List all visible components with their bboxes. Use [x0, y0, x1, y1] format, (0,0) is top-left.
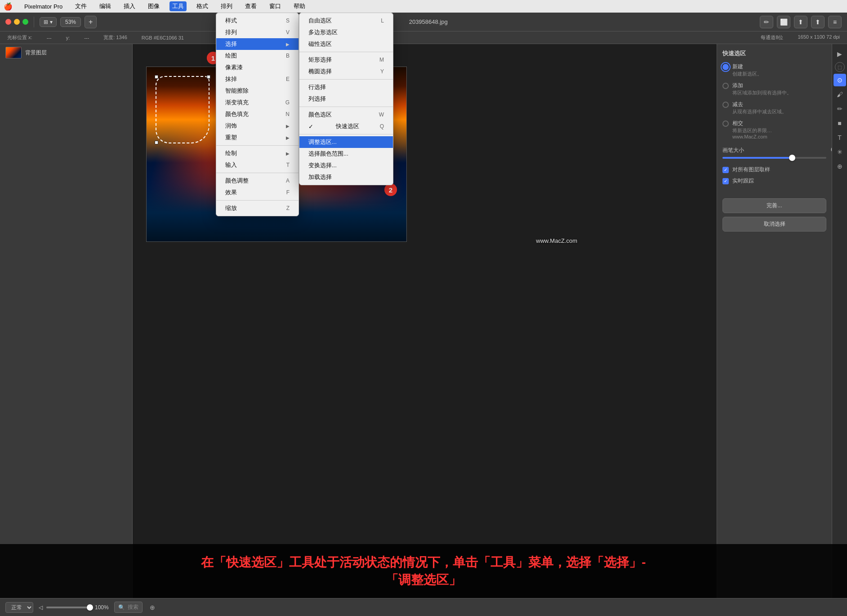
brush-size-thumb[interactable]: [789, 155, 795, 161]
opacity-track[interactable]: [46, 607, 91, 608]
layer-name: 背景图层: [25, 49, 47, 57]
submenu-row-select[interactable]: 行选择: [299, 81, 393, 93]
menu-style[interactable]: 样式 S: [216, 15, 299, 27]
menu-retouch[interactable]: 润饰 ▶: [216, 120, 299, 132]
color-fill-tool[interactable]: ■: [834, 117, 846, 129]
submenu-col-select[interactable]: 列选择: [299, 93, 393, 105]
quick-select-tool[interactable]: ⊙: [834, 74, 846, 86]
submenu-select-color-range[interactable]: 选择颜色范围...: [299, 148, 393, 160]
submenu-magnetic-select-label: 磁性选区: [308, 40, 332, 48]
export-button[interactable]: ⬆: [794, 16, 807, 28]
menu-select[interactable]: 选择 ▶: [216, 38, 299, 50]
submenu-color-select-label: 颜色选区: [308, 111, 332, 119]
toolbar: ⊞ ▾ 53% + 203958648.jpg ✏ ⬜ ⬆ ⬆ ≡: [0, 13, 847, 31]
expand-layers-icon[interactable]: ⊕: [150, 604, 155, 611]
submenu-rect-select[interactable]: 矩形选择 M: [299, 54, 393, 66]
menu-color-adjust[interactable]: 颜色调整 A: [216, 175, 299, 187]
submenu-refine-select[interactable]: 调整选区...: [299, 136, 393, 148]
menubar-image[interactable]: 图像: [145, 1, 162, 11]
submenu-ellipse-select[interactable]: 椭圆选择 Y: [299, 66, 393, 77]
radio-new-content: 新建 创建新选区。: [732, 63, 762, 77]
radio-subtract-dot: [722, 102, 729, 108]
menubar-arrange[interactable]: 排列: [218, 1, 235, 11]
submenu-quick-select[interactable]: ✓ 快速选区 Q: [299, 121, 393, 132]
menu-arrange[interactable]: 排列 V: [216, 27, 299, 38]
submenu-free-select[interactable]: 自由选区 L: [299, 15, 393, 27]
checkbox-realtime-label: 实时跟踪: [732, 177, 754, 185]
extra-tool[interactable]: ✳: [834, 146, 846, 158]
menu-smart-erase[interactable]: 智能擦除: [216, 85, 299, 97]
submenu-transform-select[interactable]: 变换选择...: [299, 160, 393, 171]
menubar-edit[interactable]: 编辑: [97, 1, 114, 11]
canvas-width: 宽度: 1346: [103, 34, 127, 41]
menu-color-fill[interactable]: 颜色填充 N: [216, 108, 299, 120]
select-tool[interactable]: ⬚: [835, 62, 845, 72]
crop-button[interactable]: ⬜: [777, 16, 790, 28]
menubar-file[interactable]: 文件: [72, 1, 89, 11]
menu-type-label: 输入: [225, 161, 237, 169]
radio-subtract[interactable]: 减去 从现有选择中减去区域。: [722, 101, 842, 115]
search-icon: 🔍: [118, 604, 125, 611]
menubar-tools[interactable]: 工具: [169, 1, 187, 11]
deselect-button[interactable]: 取消选择: [722, 217, 826, 232]
submenu-magnetic-select[interactable]: 磁性选区: [299, 38, 393, 50]
menu-paint[interactable]: 绘制 ▶: [216, 147, 299, 159]
menu-gradient[interactable]: 渐变填充 G: [216, 97, 299, 108]
submenu-polygon-select[interactable]: 多边形选区: [299, 27, 393, 38]
panel-title: 快速选区: [722, 49, 826, 58]
radio-intersect[interactable]: 相交 将新选区的界限… www.MacZ.com: [722, 120, 842, 139]
menu-pixel-paint[interactable]: 像素漆: [216, 62, 299, 73]
search-bar[interactable]: 🔍 搜索: [114, 602, 143, 613]
selection-submenu: 自由选区 L 多边形选区 磁性选区 矩形选择 M 椭圆选择 Y 行选择 列选择 …: [299, 13, 393, 185]
settings-button[interactable]: ≡: [828, 16, 842, 28]
view-toggle-button[interactable]: ⊞ ▾: [40, 17, 57, 27]
apple-menu-icon[interactable]: 🍎: [4, 2, 13, 11]
close-button[interactable]: [5, 19, 11, 25]
checkbox-all-layers[interactable]: ✓ 对所有图层取样: [722, 166, 842, 174]
menubar-app[interactable]: Pixelmator Pro: [22, 2, 65, 11]
share-button[interactable]: ⬆: [811, 16, 825, 28]
menubar-insert[interactable]: 插入: [121, 1, 138, 11]
menu-erase-label: 抹掉: [225, 75, 237, 83]
menu-draw-brush[interactable]: 绘图 B: [216, 50, 299, 62]
menu-separator-3: [216, 200, 299, 201]
view-toggle-icon: ⊞: [44, 19, 48, 25]
maximize-button[interactable]: [22, 19, 28, 25]
text-tool[interactable]: T: [834, 131, 846, 144]
menu-color-adjust-label: 颜色调整: [225, 177, 249, 185]
refine-button[interactable]: 完善...: [722, 198, 826, 213]
radio-new-label: 新建: [732, 63, 762, 71]
submenu-sep-1: [299, 52, 393, 52]
cursor-x-label: 光标位置 x:: [7, 34, 32, 41]
menu-type[interactable]: 输入 T: [216, 159, 299, 171]
menubar-view[interactable]: 查看: [242, 1, 259, 11]
brush-size-slider[interactable]: [722, 157, 826, 159]
pointer-tool[interactable]: ▶: [834, 48, 846, 60]
menubar-help[interactable]: 帮助: [291, 1, 308, 11]
menubar-format[interactable]: 格式: [194, 1, 211, 11]
menu-zoom-label: 缩放: [225, 204, 237, 212]
menu-reshape[interactable]: 重塑 ▶: [216, 132, 299, 143]
submenu-color-select[interactable]: 颜色选区 W: [299, 109, 393, 121]
brush-size-section: 画笔大小 67%: [722, 147, 842, 159]
menu-erase[interactable]: 抹掉 E: [216, 73, 299, 85]
magnify-tool[interactable]: ⊕: [834, 160, 846, 173]
menu-zoom[interactable]: 缩放 Z: [216, 202, 299, 214]
radio-new[interactable]: 新建 创建新选区。: [722, 63, 842, 77]
submenu-load-select[interactable]: 加载选择: [299, 171, 393, 183]
blend-mode-select[interactable]: 正常: [5, 602, 33, 613]
pencil-tool[interactable]: ✏: [834, 103, 846, 115]
layer-item[interactable]: 背景图层: [0, 44, 132, 61]
opacity-thumb[interactable]: [87, 604, 93, 611]
add-layer-button[interactable]: +: [85, 16, 97, 28]
radio-add[interactable]: 添加 将区域添加到现有选择中。: [722, 82, 842, 96]
menu-separator-1: [216, 145, 299, 146]
annotate-button[interactable]: ✏: [760, 16, 773, 28]
menu-effects[interactable]: 效果 F: [216, 187, 299, 198]
checkbox-realtime[interactable]: ✓ 实时跟踪: [722, 177, 842, 185]
checkbox-realtime-box: ✓: [722, 178, 729, 184]
minimize-button[interactable]: [14, 19, 20, 25]
paint-tool[interactable]: 🖌: [834, 88, 846, 101]
menubar-window[interactable]: 窗口: [267, 1, 284, 11]
zoom-control[interactable]: 53%: [60, 17, 81, 27]
